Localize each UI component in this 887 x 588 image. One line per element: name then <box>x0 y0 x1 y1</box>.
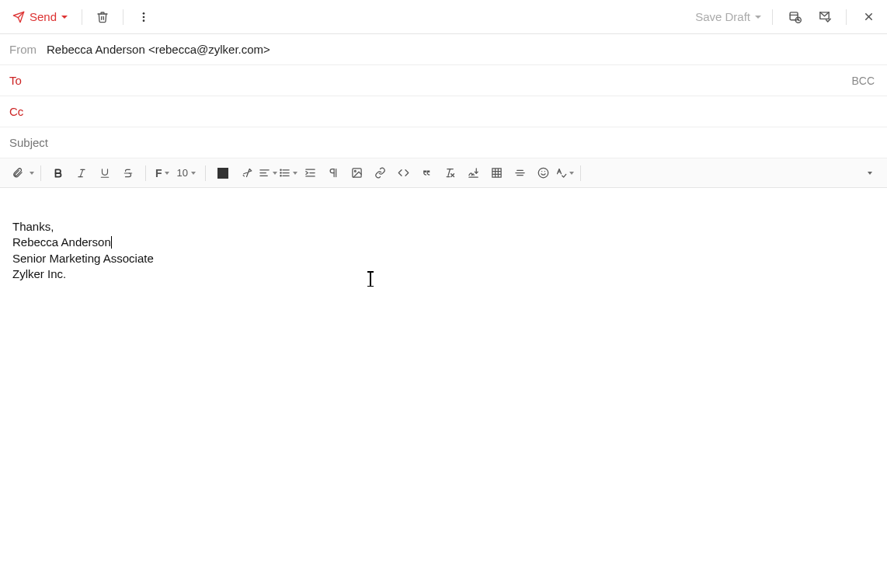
chevron-down-icon <box>755 16 761 19</box>
close-icon <box>863 11 875 23</box>
svg-point-2 <box>143 12 145 15</box>
calendar-clock-icon <box>788 10 802 23</box>
emoji-icon <box>537 167 549 179</box>
bold-button[interactable] <box>47 162 69 184</box>
highlighter-icon <box>241 167 252 179</box>
italic-icon <box>76 168 87 179</box>
from-value[interactable]: Rebecca Anderson <rebecca@zylker.com> <box>47 43 270 56</box>
italic-button[interactable] <box>71 162 92 184</box>
hr-icon <box>514 167 526 179</box>
indent-icon <box>304 167 316 179</box>
separator <box>40 165 41 181</box>
to-row: To BCC <box>0 65 887 96</box>
spellcheck-button[interactable] <box>555 162 574 184</box>
separator <box>82 9 82 25</box>
chevron-down-icon <box>868 172 872 175</box>
send-icon <box>12 11 25 23</box>
font-icon: F <box>155 167 162 179</box>
close-button[interactable] <box>857 6 879 28</box>
compose-top-bar: Send Save Draft <box>0 0 887 34</box>
separator <box>123 9 123 25</box>
send-button[interactable]: Send <box>8 7 72 26</box>
font-family-button[interactable]: F <box>152 162 172 184</box>
font-size-value: 10 <box>177 167 188 179</box>
pilcrow-icon <box>328 167 339 179</box>
cc-input[interactable] <box>40 105 878 118</box>
top-left-group: Send <box>8 6 155 28</box>
insert-link-button[interactable] <box>369 162 391 184</box>
table-icon <box>491 167 503 179</box>
indent-button[interactable] <box>299 162 321 184</box>
list-icon <box>279 167 290 179</box>
strikethrough-icon <box>123 168 134 179</box>
separator <box>846 9 847 25</box>
to-label: To <box>9 74 40 87</box>
templates-button[interactable] <box>813 6 835 28</box>
text-direction-button[interactable] <box>322 162 344 184</box>
signature-line-4: Zylker Inc. <box>12 266 875 282</box>
save-draft-button[interactable]: Save Draft <box>695 10 761 23</box>
separator <box>580 165 581 181</box>
chevron-down-icon <box>293 172 297 175</box>
chevron-down-icon <box>191 172 196 175</box>
bcc-toggle[interactable]: BCC <box>851 75 878 87</box>
trash-icon <box>96 11 109 23</box>
separator <box>205 165 206 181</box>
send-label: Send <box>30 10 57 23</box>
signature-button[interactable] <box>462 162 484 184</box>
clear-format-icon <box>444 167 456 179</box>
separator <box>145 165 146 181</box>
font-size-selector[interactable]: 10 <box>174 167 199 179</box>
color-swatch-icon <box>217 168 228 179</box>
emoji-button[interactable] <box>532 162 554 184</box>
signature-line-3: Senior Marketing Associate <box>12 251 875 266</box>
attach-button[interactable] <box>6 162 28 184</box>
more-options-button[interactable] <box>133 6 155 28</box>
align-left-icon <box>259 167 270 179</box>
underline-icon <box>99 168 110 179</box>
svg-line-14 <box>80 169 83 176</box>
svg-rect-36 <box>492 169 500 177</box>
attach-dropdown-icon[interactable] <box>30 172 34 175</box>
list-button[interactable] <box>279 162 297 184</box>
subject-row <box>0 127 887 158</box>
quote-icon <box>421 167 433 179</box>
toolbar-expand-button[interactable] <box>859 162 881 184</box>
svg-point-25 <box>280 176 281 176</box>
from-row: From Rebecca Anderson <rebecca@zylker.co… <box>0 34 887 65</box>
clear-format-button[interactable] <box>439 162 461 184</box>
horizontal-rule-button[interactable] <box>509 162 530 184</box>
svg-point-3 <box>143 16 145 18</box>
send-dropdown-caret-icon[interactable] <box>61 16 68 19</box>
text-caret-icon <box>111 236 112 249</box>
to-input[interactable] <box>40 74 851 87</box>
separator <box>772 9 773 25</box>
strikethrough-button[interactable] <box>117 162 139 184</box>
blockquote-button[interactable] <box>416 162 437 184</box>
cc-row: Cc <box>0 96 887 127</box>
highlight-button[interactable] <box>235 162 257 184</box>
compose-body[interactable]: Thanks, Rebecca Anderson Senior Marketin… <box>0 188 887 583</box>
link-icon <box>374 167 386 179</box>
svg-point-44 <box>538 168 548 178</box>
cc-label: Cc <box>9 105 40 118</box>
align-button[interactable] <box>259 162 277 184</box>
image-icon <box>351 167 363 179</box>
svg-line-9 <box>798 20 798 21</box>
svg-point-24 <box>280 172 281 173</box>
spellcheck-icon <box>555 167 567 179</box>
code-icon <box>398 167 409 179</box>
insert-code-button[interactable] <box>392 162 414 184</box>
discard-button[interactable] <box>92 6 113 28</box>
paperclip-icon <box>12 167 23 179</box>
subject-input[interactable] <box>9 136 878 149</box>
insert-table-button[interactable] <box>485 162 507 184</box>
underline-button[interactable] <box>94 162 116 184</box>
bold-icon <box>53 168 64 179</box>
insert-image-button[interactable] <box>346 162 367 184</box>
format-toolbar: F 10 <box>0 158 887 188</box>
text-color-button[interactable] <box>212 162 234 184</box>
from-label: From <box>9 43 40 56</box>
schedule-button[interactable] <box>784 6 805 28</box>
signature-line-2: Rebecca Anderson <box>12 235 875 250</box>
